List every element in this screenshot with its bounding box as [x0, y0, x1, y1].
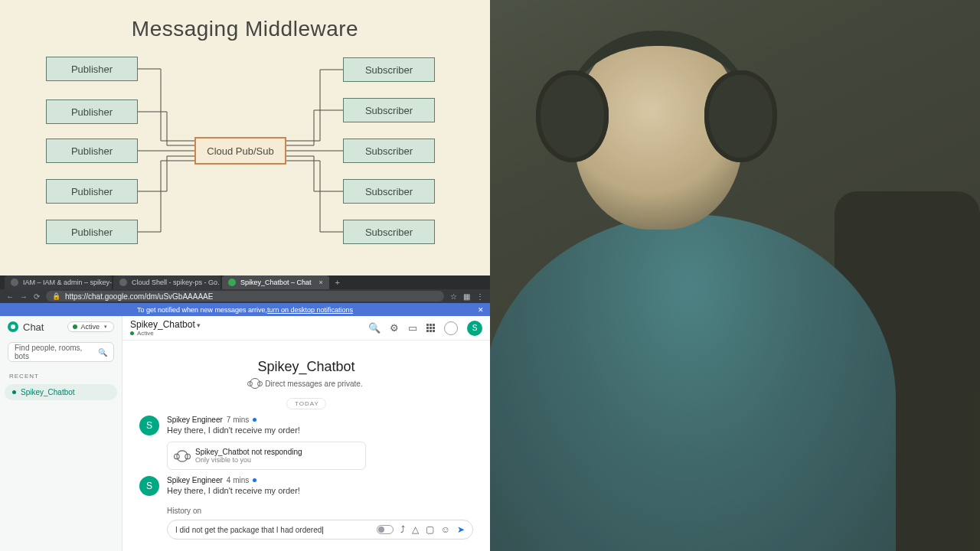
chat-app: Chat Active Find people, rooms, bots 🔍 R… — [0, 316, 490, 551]
presenter-photo — [490, 0, 980, 551]
sidebar-item-spikey[interactable]: Spikey_Chatbot — [5, 384, 117, 400]
extension-icon[interactable]: ▦ — [463, 292, 470, 301]
avatar: S — [139, 476, 159, 496]
tab-label: IAM – IAM & admin – spikey-p… — [23, 279, 112, 286]
system-sub: Only visible to you — [195, 456, 302, 464]
subscriber-box: Subscriber — [343, 139, 435, 163]
diagram-panel: Messaging Middleware Publisher Publisher… — [0, 0, 490, 276]
subscriber-box: Subscriber — [343, 98, 435, 122]
drive-icon[interactable]: △ — [412, 524, 419, 535]
system-title: Spikey_Chatbot not responding — [195, 448, 302, 456]
search-icon[interactable]: 🔍 — [368, 322, 381, 334]
notification-bar: To get notified when new messages arrive… — [0, 303, 490, 316]
room-subtitle: Direct messages are private. — [250, 378, 362, 389]
conversation-pane: Spikey_Chatbot Active 🔍 ⚙ ▭ S — [122, 316, 490, 551]
notification-text: To get notified when new messages arrive… — [137, 306, 267, 314]
day-separator: TODAY — [286, 398, 326, 409]
subscriber-box: Subscriber — [343, 179, 435, 204]
tab-strip: IAM – IAM & admin – spikey-p… × Cloud Sh… — [0, 276, 490, 289]
message-author: Spikey Engineer — [167, 416, 223, 424]
room-status: Active — [130, 330, 201, 337]
avatar: S — [139, 416, 159, 435]
url-text: https://chat.google.com/dm/uSvGbAAAAAE — [65, 292, 213, 301]
browser-window: IAM – IAM & admin – spikey-p… × Cloud Sh… — [0, 276, 490, 551]
tab-cloud-shell[interactable]: Cloud Shell - spikey-ps - Go… × — [113, 276, 220, 289]
message-time: 4 mins — [227, 476, 249, 484]
favicon-icon — [11, 279, 18, 286]
tab-chat[interactable]: Spikey_Chatbot – Chat × — [222, 276, 329, 289]
unread-dot-icon — [253, 478, 256, 482]
message-text: Hey there, I didn't receive my order! — [167, 486, 300, 495]
pubsub-box: Cloud Pub/Sub — [194, 137, 286, 165]
search-input[interactable]: Find people, rooms, bots 🔍 — [8, 342, 114, 362]
meet-icon[interactable]: ▢ — [426, 524, 434, 535]
sidebar-item-label: Spikey_Chatbot — [21, 388, 75, 396]
address-bar: ← → ⟳ 🔒 https://chat.google.com/dm/uSvGb… — [0, 289, 490, 303]
apps-icon[interactable] — [426, 324, 435, 332]
star-icon[interactable]: ☆ — [450, 292, 457, 301]
message-author: Spikey Engineer — [167, 476, 223, 484]
status-label: Active — [80, 323, 100, 331]
new-tab-button[interactable]: + — [331, 276, 345, 289]
chat-bubble-icon[interactable]: ▭ — [408, 322, 417, 334]
presence-pill[interactable]: Active — [67, 321, 114, 332]
chat-icon — [8, 321, 18, 332]
system-card: Spikey_Chatbot not responding Only visib… — [167, 442, 366, 470]
unread-dot-icon — [253, 418, 256, 422]
tab-iam[interactable]: IAM – IAM & admin – spikey-p… × — [5, 276, 112, 289]
send-icon[interactable]: ➤ — [457, 524, 465, 535]
subscriber-box: Subscriber — [343, 57, 435, 82]
reload-icon[interactable]: ⟳ — [34, 292, 40, 301]
message-text: Hey there, I didn't receive my order! — [167, 425, 300, 435]
message-row: S Spikey Engineer 4 mins Hey there, I di… — [139, 476, 473, 496]
tab-label: Cloud Shell - spikey-ps - Go… — [132, 279, 220, 286]
sidebar: Chat Active Find people, rooms, bots 🔍 R… — [0, 316, 122, 551]
emoji-icon[interactable]: ☺ — [441, 524, 450, 535]
composer-value: I did not get the package that I had ord… — [175, 526, 322, 534]
publisher-box: Publisher — [46, 57, 138, 81]
app-name: Chat — [23, 321, 44, 333]
tab-label: Spikey_Chatbot – Chat — [240, 279, 312, 286]
gear-icon[interactable]: ⚙ — [390, 322, 399, 334]
lock-icon: 🔒 — [52, 292, 60, 300]
formatting-toggle[interactable] — [377, 525, 394, 534]
notification-link[interactable]: turn on desktop notifications — [267, 306, 353, 314]
publisher-box: Publisher — [46, 220, 138, 244]
page-title: Spikey_Chatbot — [139, 359, 473, 375]
back-icon[interactable]: ← — [6, 292, 14, 301]
publisher-box: Publisher — [46, 99, 138, 124]
composer[interactable]: I did not get the package that I had ord… — [167, 520, 473, 540]
message-time: 7 mins — [227, 416, 249, 424]
message-row: S Spikey Engineer 7 mins Hey there, I di… — [139, 416, 473, 435]
help-icon[interactable] — [444, 321, 458, 335]
conversation-header: Spikey_Chatbot Active 🔍 ⚙ ▭ S — [122, 316, 490, 341]
subscriber-box: Subscriber — [343, 220, 435, 244]
forward-icon[interactable]: → — [20, 292, 28, 301]
favicon-icon — [119, 279, 127, 286]
upload-icon[interactable]: ⤴ — [400, 524, 405, 535]
diagram-title: Messaging Middleware — [0, 17, 490, 41]
publisher-box: Publisher — [46, 139, 138, 163]
bot-icon — [250, 378, 260, 389]
overflow-icon[interactable]: ⋮ — [476, 292, 484, 301]
bot-icon — [176, 450, 188, 461]
search-icon: 🔍 — [98, 348, 107, 357]
section-label: RECENT — [0, 370, 122, 383]
publisher-box: Publisher — [46, 179, 138, 204]
search-placeholder: Find people, rooms, bots — [15, 344, 98, 360]
text-cursor: | — [322, 526, 324, 534]
history-indicator: History on — [167, 507, 473, 515]
omnibox[interactable]: 🔒 https://chat.google.com/dm/uSvGbAAAAAE — [46, 291, 444, 302]
avatar-button[interactable]: S — [467, 321, 482, 336]
room-name[interactable]: Spikey_Chatbot — [130, 319, 201, 330]
close-icon[interactable]: × — [319, 279, 323, 286]
close-icon[interactable]: ✕ — [478, 306, 484, 314]
favicon-icon — [228, 279, 236, 286]
app-logo[interactable]: Chat — [8, 321, 44, 333]
